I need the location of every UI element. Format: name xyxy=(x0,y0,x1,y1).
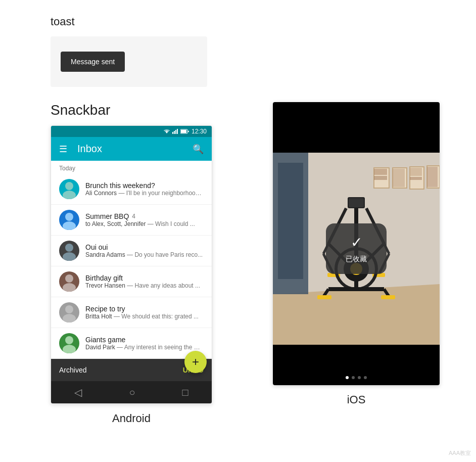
avatar-4 xyxy=(59,302,79,322)
email-subject-4: Recipe to try xyxy=(85,305,125,313)
email-body-preview-5: — Any interest in seeing the G... xyxy=(117,344,204,351)
toolbar-title: Inbox xyxy=(77,143,102,155)
page-dot-3 xyxy=(364,376,367,379)
email-preview-4: Britta Holt — We should eat this: grated… xyxy=(85,313,204,320)
svg-rect-28 xyxy=(393,169,405,187)
email-subject-3: Birthday gift xyxy=(85,274,123,282)
svg-marker-0 xyxy=(166,131,168,133)
svg-point-14 xyxy=(65,274,73,283)
page-dot-1 xyxy=(352,376,355,379)
avatar-2 xyxy=(59,241,79,261)
svg-point-9 xyxy=(63,191,76,199)
svg-rect-1 xyxy=(172,132,173,134)
email-subject-row-0: Brunch this weekend? xyxy=(85,181,204,190)
right-column: ✓ 已收藏 iOS xyxy=(273,102,440,406)
home-nav-icon[interactable]: ○ xyxy=(129,387,135,398)
svg-rect-4 xyxy=(177,129,178,134)
page-dot-2 xyxy=(358,376,361,379)
email-list: Today Brunch this weekend? xyxy=(51,161,212,403)
nav-bar: ◁ ○ □ xyxy=(51,381,212,403)
email-item-0[interactable]: Brunch this weekend? Ali Connors — I'll … xyxy=(51,174,212,205)
svg-point-15 xyxy=(63,283,76,292)
avatar-5 xyxy=(59,333,79,353)
snackbar-title: Snackbar xyxy=(51,102,110,118)
email-sender-0: Ali Connors xyxy=(85,190,117,197)
recents-nav-icon[interactable]: □ xyxy=(182,387,188,398)
svg-rect-54 xyxy=(349,198,364,207)
svg-rect-51 xyxy=(317,295,331,299)
toast-demo-box: Message sent xyxy=(51,36,207,87)
svg-point-10 xyxy=(65,213,73,221)
svg-point-19 xyxy=(63,345,76,353)
email-sender-4: Britta Holt xyxy=(85,313,112,320)
email-subject-2: Oui oui xyxy=(85,243,108,251)
email-sender-3: Trevor Hansen xyxy=(85,282,125,289)
date-header: Today xyxy=(51,161,212,174)
avatar-1 xyxy=(59,210,79,230)
email-subject-row-1: Summer BBQ 4 xyxy=(85,212,204,220)
ios-top-black xyxy=(273,102,440,153)
left-column: Snackbar xyxy=(51,102,212,425)
ios-check-icon: ✓ xyxy=(351,234,362,251)
fab-button[interactable]: + xyxy=(184,351,207,373)
back-nav-icon[interactable]: ◁ xyxy=(74,386,82,398)
page-container: toast Message sent Snackbar xyxy=(0,0,476,445)
svg-point-8 xyxy=(65,182,73,190)
svg-point-11 xyxy=(63,221,76,230)
svg-rect-33 xyxy=(427,167,438,187)
email-subject-row-4: Recipe to try xyxy=(85,305,204,313)
ios-bottom-area xyxy=(273,345,440,385)
email-preview-5: David Park — Any interest in seeing the … xyxy=(85,344,204,351)
svg-rect-52 xyxy=(381,295,395,299)
email-body-preview-2: — Do you have Paris reco... xyxy=(127,251,203,258)
email-subject-row-3: Birthday gift xyxy=(85,274,204,282)
search-icon[interactable]: 🔍 xyxy=(193,144,204,155)
svg-rect-2 xyxy=(174,131,175,134)
svg-rect-7 xyxy=(188,131,189,132)
toast-message: Message sent xyxy=(61,52,125,72)
toast-title: toast xyxy=(51,15,436,28)
email-preview-3: Trevor Hansen — Have any ideas about ... xyxy=(85,282,204,289)
email-count-1: 4 xyxy=(132,213,135,220)
email-content-1: Summer BBQ 4 to Alex, Scott, Jennifer — … xyxy=(85,212,204,227)
status-time: 12:30 xyxy=(192,128,207,135)
email-preview-1: to Alex, Scott, Jennifer — Wish I could … xyxy=(85,220,204,227)
ios-label: iOS xyxy=(347,393,366,406)
email-sender-1: to Alex, Scott, Jennifer xyxy=(85,220,146,227)
email-content-0: Brunch this weekend? Ali Connors — I'll … xyxy=(85,181,204,197)
email-body-preview-0: — I'll be in your neighborhood... xyxy=(118,190,204,197)
email-list-wrapper: Brunch this weekend? Ali Connors — I'll … xyxy=(51,174,212,359)
email-content-3: Birthday gift Trevor Hansen — Have any i… xyxy=(85,274,204,289)
email-content-4: Recipe to try Britta Holt — We should ea… xyxy=(85,305,204,320)
ios-scene: ✓ 已收藏 xyxy=(273,153,440,345)
svg-point-17 xyxy=(63,314,76,322)
wifi-icon xyxy=(163,129,170,134)
svg-rect-6 xyxy=(181,130,186,133)
android-label: Android xyxy=(112,412,151,425)
svg-point-12 xyxy=(65,244,73,252)
avatar-0 xyxy=(59,179,79,199)
email-item-3[interactable]: Birthday gift Trevor Hansen — Have any i… xyxy=(51,266,212,297)
battery-icon xyxy=(180,129,189,134)
svg-point-16 xyxy=(65,305,73,313)
email-content-2: Oui oui Sandra Adams — Do you have Paris… xyxy=(85,243,204,258)
email-body-preview-3: — Have any ideas about ... xyxy=(127,282,200,289)
email-preview-2: Sandra Adams — Do you have Paris reco... xyxy=(85,251,204,258)
email-item-4[interactable]: Recipe to try Britta Holt — We should ea… xyxy=(51,297,212,328)
email-item-1[interactable]: Summer BBQ 4 to Alex, Scott, Jennifer — … xyxy=(51,205,212,236)
ios-phone: ✓ 已收藏 xyxy=(273,102,440,385)
email-item-2[interactable]: Oui oui Sandra Adams — Do you have Paris… xyxy=(51,236,212,266)
email-body-preview-4: — We should eat this: grated ... xyxy=(114,313,199,320)
toolbar-left: ☰ Inbox xyxy=(59,143,102,155)
svg-point-13 xyxy=(63,252,76,261)
android-phone: 12:30 ☰ Inbox 🔍 Today xyxy=(51,125,212,404)
ios-image-area: ✓ 已收藏 xyxy=(273,153,440,345)
email-body-preview-1: — Wish I could ... xyxy=(148,220,195,227)
toast-section: toast Message sent xyxy=(51,15,436,87)
ios-overlay: ✓ 已收藏 xyxy=(326,223,387,274)
svg-rect-3 xyxy=(175,130,176,134)
email-content-5: Giants game David Park — Any interest in… xyxy=(85,336,204,351)
hamburger-icon[interactable]: ☰ xyxy=(59,144,67,155)
svg-rect-26 xyxy=(374,176,387,180)
signal-icon xyxy=(172,129,178,134)
